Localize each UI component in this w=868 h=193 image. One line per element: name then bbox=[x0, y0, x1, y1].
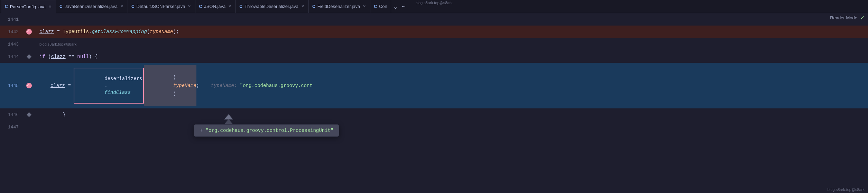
gutter-1447 bbox=[24, 121, 34, 133]
tab-bar: blog.s8ark.top@s8ark C ParserConfig.java… bbox=[0, 0, 868, 13]
gutter-1441 bbox=[24, 13, 34, 26]
code-content-1446: } bbox=[34, 108, 868, 121]
code-clazz2-1444: clazz bbox=[51, 52, 66, 61]
bookmark-gray-1446 bbox=[27, 112, 31, 117]
tab-label-fielddeserializer: FieldDeserializer.java bbox=[317, 4, 360, 9]
tab-icon-javabeandeserializer: C bbox=[59, 4, 63, 9]
watermark-mid: blog.s8ark.top@s8ark bbox=[39, 40, 76, 48]
code-content-1445: clazz = deserializers . findClass ( type… bbox=[34, 63, 868, 108]
tooltip-popup: + "org.codehaus.groovy.control.Processin… bbox=[194, 114, 339, 137]
tab-more-button[interactable]: ⋯ bbox=[400, 3, 407, 10]
code-findclass-1445: findClass bbox=[104, 90, 131, 95]
tab-close-parserconfig[interactable]: ✕ bbox=[48, 4, 52, 9]
tooltip-arrow-inner bbox=[224, 119, 233, 124]
tab-label-con: Con bbox=[379, 4, 387, 9]
code-line-1446: 1446 } bbox=[0, 108, 868, 121]
line-number-1444: 1444 bbox=[0, 50, 24, 63]
tooltip-arrow-wrapper: + "org.codehaus.groovy.control.Processin… bbox=[194, 114, 339, 137]
code-comment-1445: typeName: bbox=[205, 81, 240, 90]
gutter-1446 bbox=[24, 108, 34, 121]
code-content-1442: clazz = TypeUtils . getClassFromMapping … bbox=[34, 26, 868, 38]
code-method-1442: getClassFromMapping bbox=[92, 28, 147, 36]
tab-icon-parserconfig: C bbox=[5, 4, 8, 9]
line-number-1445: 1445 bbox=[0, 63, 24, 108]
tab-overflow-button[interactable]: ⌄ bbox=[391, 3, 400, 10]
tooltip-box: + "org.codehaus.groovy.control.Processin… bbox=[194, 124, 339, 137]
bookmark-gray-1444 bbox=[27, 54, 31, 59]
watermark-top: blog.s8ark.top@s8ark bbox=[415, 1, 452, 5]
tab-icon-throwabledeserializer: C bbox=[239, 4, 242, 9]
tab-close-fielddeserializer[interactable]: ✕ bbox=[362, 4, 367, 9]
tab-close-defaultjsonparser[interactable]: ✕ bbox=[187, 4, 192, 9]
code-typename-val-1445: "org.codehaus.groovy.cont bbox=[240, 81, 313, 90]
code-content-1441 bbox=[34, 13, 868, 26]
code-typename-1442: typeName bbox=[150, 28, 173, 36]
tab-close-throwabledeserializer[interactable]: ✕ bbox=[301, 4, 305, 9]
code-typename3-1445: typeName bbox=[173, 83, 196, 88]
code-content-1444: if ( clazz == null ) { bbox=[34, 50, 868, 63]
tab-label-throwabledeserializer: ThrowableDeserializer.java bbox=[244, 4, 298, 9]
code-clazz-1442: clazz bbox=[39, 28, 54, 36]
code-dot2-1445: . bbox=[104, 83, 107, 88]
gutter-1444 bbox=[24, 50, 34, 63]
tab-parserconfig[interactable]: C ParserConfig.java ✕ bbox=[1, 0, 56, 13]
bookmark-red-1442 bbox=[26, 29, 32, 35]
tab-label-parserconfig: ParserConfig.java bbox=[10, 4, 46, 9]
tab-con[interactable]: C Con bbox=[370, 0, 391, 13]
line-number-1441: 1441 bbox=[0, 13, 24, 26]
code-paren-1442b: ); bbox=[173, 28, 179, 36]
tab-close-javabeandeserializer[interactable]: ✕ bbox=[120, 4, 124, 9]
code-if-1444: if bbox=[39, 52, 45, 61]
code-brace2-1446: } bbox=[39, 110, 66, 119]
code-line-1441: 1441 bbox=[0, 13, 868, 26]
line-number-1447: 1447 bbox=[0, 121, 24, 133]
gutter-1443 bbox=[24, 38, 34, 50]
code-punct-1442a: = bbox=[54, 28, 63, 36]
line-number-1446: 1446 bbox=[0, 108, 24, 121]
code-paren-1442a: ( bbox=[147, 28, 150, 36]
tab-fielddeserializer[interactable]: C FieldDeserializer.java ✕ bbox=[309, 0, 370, 13]
tab-throwabledeserializer[interactable]: C ThrowableDeserializer.java ✕ bbox=[236, 0, 309, 13]
tooltip-arrow-outer bbox=[224, 114, 233, 119]
code-deserializers-1445: deserializers bbox=[104, 76, 142, 81]
tab-label-defaultjsonparser: DefaultJSONParser.java bbox=[137, 4, 185, 9]
code-typeutils-1442: TypeUtils bbox=[63, 28, 89, 36]
tab-close-json[interactable]: ✕ bbox=[228, 4, 232, 9]
line-number-1443: 1443 bbox=[0, 38, 24, 50]
code-spaces-1445 bbox=[199, 81, 205, 90]
code-typename2-1445: ( typeName ) bbox=[144, 65, 196, 106]
bookmark-red-1445 bbox=[26, 83, 32, 88]
code-line-1442: 1442 clazz = TypeUtils . getClassFromMap… bbox=[0, 26, 868, 38]
code-line-1445: 1445 clazz = deserializers . findClass (… bbox=[0, 63, 868, 108]
code-method-box-1445: deserializers . findClass bbox=[74, 68, 144, 104]
reader-mode-check-icon: ✓ bbox=[860, 15, 865, 21]
code-line-1447: 1447 + "org.codehaus.groovy.control.Proc… bbox=[0, 121, 868, 133]
code-eq2-1445: = bbox=[65, 81, 74, 90]
code-content-1443: blog.s8ark.top@s8ark bbox=[34, 38, 868, 50]
tab-icon-con: C bbox=[374, 4, 377, 9]
tab-javabeandeserializer[interactable]: C JavaBeanDeserializer.java ✕ bbox=[56, 0, 128, 13]
code-content-1447 bbox=[34, 121, 868, 133]
tab-icon-defaultjsonparser: C bbox=[131, 4, 135, 9]
tab-json[interactable]: C JSON.java ✕ bbox=[195, 0, 236, 13]
tab-icon-fielddeserializer: C bbox=[312, 4, 315, 9]
tooltip-value: "org.codehaus.groovy.control.ProcessingU… bbox=[206, 128, 334, 133]
tab-icon-json: C bbox=[199, 4, 202, 9]
gutter-1442 bbox=[24, 26, 34, 38]
code-line-1443: 1443 blog.s8ark.top@s8ark bbox=[0, 38, 868, 50]
editor-area: Reader Mode ✓ 1441 1442 clazz = TypeUtil… bbox=[0, 13, 868, 193]
code-clazz3-1445: clazz bbox=[50, 81, 65, 90]
code-semi-1445: ; bbox=[196, 81, 199, 90]
tooltip-plus-icon: + bbox=[200, 127, 203, 134]
reader-mode-bar: Reader Mode ✓ bbox=[827, 13, 868, 22]
code-dot-1442: . bbox=[89, 28, 92, 36]
gutter-1445 bbox=[24, 63, 34, 108]
code-paren-1444a: ( bbox=[45, 52, 51, 61]
code-line-1444: 1444 if ( clazz == null ) { bbox=[0, 50, 868, 63]
tab-label-javabeandeserializer: JavaBeanDeserializer.java bbox=[65, 4, 118, 9]
reader-mode-label[interactable]: Reader Mode bbox=[830, 15, 857, 20]
tab-defaultjsonparser[interactable]: C DefaultJSONParser.java ✕ bbox=[128, 0, 196, 13]
code-container: 1441 1442 clazz = TypeUtils . getClassFr… bbox=[0, 13, 868, 193]
line-number-1442: 1442 bbox=[0, 26, 24, 38]
code-brace-1444: ) { bbox=[89, 52, 98, 61]
